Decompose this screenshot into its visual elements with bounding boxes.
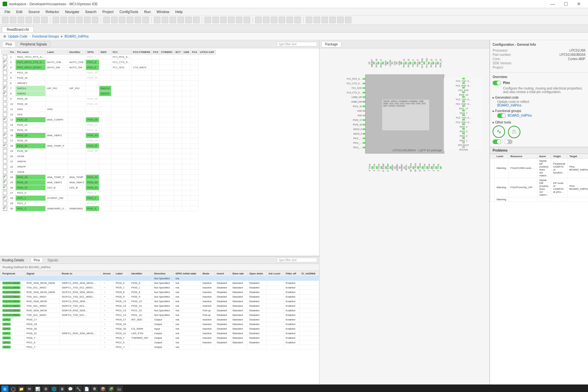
pin-row[interactable]: 22VREFP [2,164,216,170]
chip-pin[interactable]: PIO0_7 [444,110,483,114]
routing-row[interactable]: GPIOPIO0_17→PIO0_17INT_ADCOutputn/aInact… [0,318,319,322]
chip-pin[interactable]: PIO0_11 [433,52,437,74]
chip-pin[interactable]: PIO0_10 [444,91,483,96]
chip-pin[interactable]: PIO1_17 [444,105,483,110]
toolbar-button-39[interactable] [329,17,336,23]
pin-row[interactable]: 30PIO1_3SWBOARD_S…SWBOARDPIO1_3 [2,206,216,211]
problem-row[interactable]: WarningFGx2FuncGrp_InP…Signal DM (routed… [490,178,588,197]
toolbar-button-14[interactable] [119,17,125,23]
chip-pin[interactable]: PIO0_14 [400,52,405,74]
pins-filter-input[interactable]: type filter text [277,42,317,46]
toolbar-button-10[interactable] [84,17,90,23]
routing-row[interactable]: FLEXCOMM2RXD_SDA_MOSISI2/FC3_RXD_SDA…→PI… [0,299,319,304]
chip-pin[interactable]: FC2_TXD_S… [444,96,483,101]
chip-pin[interactable]: PIO1_0 [423,153,428,182]
chip-pin[interactable]: PIO1_16 [326,105,365,107]
toolbar-button-37[interactable] [314,17,320,23]
toolbar-button-12[interactable] [103,17,110,23]
taskbar-item-2[interactable]: 📁 [18,385,25,392]
pin-row[interactable]: 25PIO0_30ANA_VBAT2ANA_VBAT2PIO0_30 [2,180,216,185]
toolbar-button-3[interactable] [25,17,32,23]
pins-tab[interactable]: Pins [2,41,15,47]
chip-pin[interactable]: PIO0_16 [373,52,378,74]
pin-row[interactable]: 7SWCLKISP_PIOISP_PIOSWCLK [2,86,216,91]
chip-pin[interactable]: PIO1_… [326,142,365,144]
chip-pin[interactable]: VSS [326,114,365,117]
toolbar-button-26[interactable] [220,17,227,23]
toolbar-button-2[interactable] [18,17,24,23]
taskbar-item-7[interactable]: 🖥 [58,385,66,392]
toolbar-button-38[interactable] [321,17,328,23]
chip-pin[interactable]: FC3_TXD_S… [444,78,483,82]
chip-pin[interactable]: RTCXOUT [444,142,483,146]
menu-help[interactable]: Help [172,9,185,14]
toolbar-button-32[interactable] [271,17,277,23]
chip-pin[interactable]: PIO1_1 [428,153,433,182]
chip-pin[interactable]: PIO1_2 [433,153,437,182]
pin-row[interactable]: 26PIO0_31LED_BLED_BPIO0_31 [2,185,216,190]
maximize-button[interactable]: ☐ [559,1,572,7]
pin-row[interactable]: 24PIO0_29ANA_TEMP_PANA_TEMPPIO0_29 [2,175,216,180]
pin-row[interactable]: 27PIO1_0PIO1_0 [2,190,216,196]
problems-table[interactable]: LevelResourceIssueOriginTargetTypeWarnin… [490,154,588,202]
routing-row[interactable]: Not Specifiedn/a [0,276,319,281]
pins-tool-toggle[interactable] [493,81,501,85]
taskbar-item-0[interactable]: ⊞ [1,385,8,392]
chip-pin[interactable]: PIO0_13 [405,52,410,74]
pin-row[interactable]: 1PIO1_7/FC1_RTS_S…PIO1_7FC1_RTS_S… [2,55,216,60]
funcgroup-toggle[interactable] [497,113,506,118]
chevron-right-icon[interactable]: ▸ [493,109,494,113]
chevron-right-icon[interactable]: ▸ [493,96,494,99]
chip-pin[interactable]: FC3_TXD_S… [444,114,483,119]
package-canvas[interactable]: GPIO0GPIO1CTIMER0CTIMER1USBSWDFC1FC2FC3F… [319,48,489,384]
pin-row[interactable]: 19PIO0_26PIO0_26 [2,149,216,154]
chip-pin[interactable]: VREFP [396,153,400,182]
toolbar-button-24[interactable] [204,17,211,23]
pin-row[interactable]: 6nRESET [2,81,216,86]
taskbar-item-6[interactable]: 🌐 [50,385,57,392]
toolbar-button-4[interactable] [33,17,40,23]
chip-pin[interactable]: nRESET [368,52,373,74]
taskbar-item-10[interactable]: 📄 [83,385,90,392]
pin-row[interactable]: 2PIO1_8/FC1_CTS_S…AUTO_CFBAUTO_CFBPIO1_8… [2,60,216,65]
chip-pin[interactable]: ADC0_9 [387,153,391,182]
chip-pin[interactable]: SWO [382,52,387,74]
toolbar-button-35[interactable] [294,17,301,23]
pin-row[interactable]: 16PIO0_23ANA_VBAT1PIO0_23 [2,133,216,138]
toolbar-button-28[interactable] [236,17,242,23]
chip-pin[interactable]: VDDA [391,153,396,182]
menu-source[interactable]: Source [26,9,42,14]
toolbar-button-20[interactable] [170,17,176,23]
toolbar-button-25[interactable] [212,17,219,23]
toolbar-button-33[interactable] [279,17,285,23]
menu-configtools[interactable]: ConfigTools [117,9,141,14]
toolbar-button-36[interactable] [306,17,312,23]
chip-pin[interactable]: VREFN [400,153,405,182]
chip-pin[interactable]: FC1_RTS_S… [326,78,365,80]
routing-row[interactable]: FLEXCOMM3TXD_SCL_MISOSI3/FC4_TXD_SCL…→PI… [0,313,319,318]
chip-pin[interactable]: CLKIN [387,52,391,74]
chip-pin[interactable]: FC1_CTS_S… [326,82,365,85]
pin-row[interactable]: 13PIO0_20ANA_COMP0PIO0_20 [2,117,216,122]
toolbar-button-34[interactable] [286,17,293,23]
generated-code-link[interactable]: BOARD_InitPins [497,104,585,107]
chip-pin[interactable]: PIO1_5 [410,52,414,74]
routing-row[interactable]: FLEXCOMM0RXD_SDA_MOSI_DATASI0/FC1_RXD_SD… [0,281,319,286]
chip-pin[interactable]: PIO1_… [326,146,365,149]
pin-row[interactable]: 5PIO0_16PIO0_16 [2,75,216,81]
menu-search[interactable]: Search [83,9,99,14]
toolbar-button-11[interactable] [92,17,98,23]
pin-row[interactable]: 3PIO1_9/FC1_SCK/C…AUTO_SWAUTO_SWPIO1_9FC… [2,65,216,70]
chip-pin[interactable]: PIO1_2 [378,153,382,182]
board-initpins-link[interactable]: BOARD_InitPins [64,35,89,38]
routing-row[interactable]: GPIOPIO0_20→PIO0_20CS_SWWInputn/aInactiv… [0,327,319,331]
chip-pin[interactable]: PIO1_3 [437,153,442,182]
routing-filter-input[interactable]: type filter text [277,258,317,262]
chevron-right-icon[interactable]: ▸ [493,121,494,124]
pin-row[interactable]: 17PIO0_24PIO0_24 [2,138,216,143]
chip-pin[interactable]: ADC0_9 [326,133,365,135]
minimize-button[interactable]: — [546,1,559,7]
toolbar-button-30[interactable] [255,17,262,23]
chip-pin[interactable]: VDD [326,110,365,112]
peripheral-signals-tab[interactable]: Peripheral Signals [17,41,50,47]
